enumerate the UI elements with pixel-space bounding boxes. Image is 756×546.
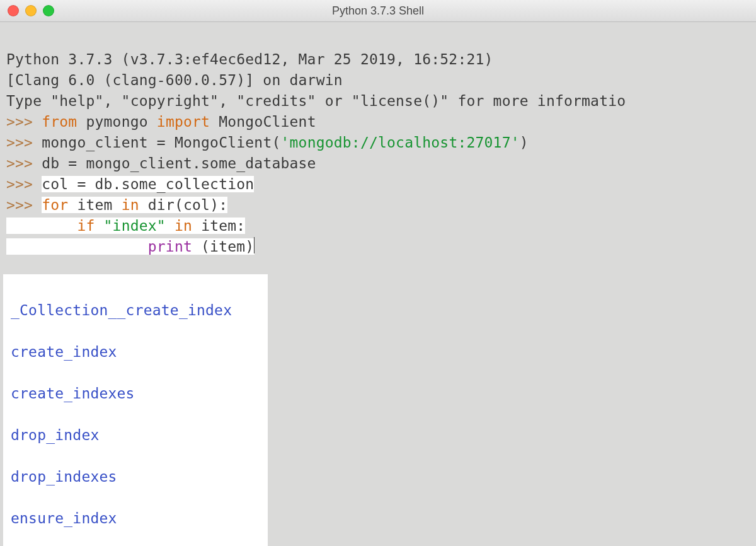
banner-line-3: Type "help", "copyright", "credits" or "… xyxy=(6,93,626,109)
code-text: (item) xyxy=(192,238,254,255)
string-literal: 'mongodb://localhost:27017' xyxy=(280,134,519,151)
shell-area[interactable]: Python 3.7.3 (v3.7.3:ef4ec6ed12, Mar 25 … xyxy=(0,22,756,299)
code-text: item xyxy=(68,197,121,213)
code-text: ) xyxy=(520,134,529,151)
string-literal: "index" xyxy=(104,218,166,234)
code-text: dir(col): xyxy=(139,197,227,213)
builtin-print: print xyxy=(148,238,192,255)
code-text: db = mongo_client.some_database xyxy=(42,155,316,171)
window-title: Python 3.7.3 Shell xyxy=(0,4,756,18)
keyword-for: for xyxy=(42,197,68,213)
code-text xyxy=(95,218,104,234)
prompt: >>> xyxy=(6,197,42,213)
output-line: drop_indexes xyxy=(11,467,260,487)
code-indent xyxy=(6,238,148,255)
window-controls xyxy=(8,5,54,16)
prompt: >>> xyxy=(6,134,42,151)
prompt: >>> xyxy=(6,155,42,171)
output-block: _Collection__create_index create_index c… xyxy=(3,274,268,546)
maximize-icon[interactable] xyxy=(43,5,54,16)
close-icon[interactable] xyxy=(8,5,19,16)
keyword-if: if xyxy=(77,218,94,234)
prompt: >>> xyxy=(6,176,42,192)
code-text: mongo_client = MongoClient( xyxy=(42,134,280,151)
output-line: create_index xyxy=(11,342,260,363)
banner-line-2: [Clang 6.0 (clang-600.0.57)] on darwin xyxy=(6,72,343,88)
output-line: ensure_index xyxy=(11,508,260,529)
output-line: create_indexes xyxy=(11,383,260,404)
output-line: _Collection__create_index xyxy=(11,300,260,321)
code-text: item: xyxy=(192,218,245,234)
code-text xyxy=(166,218,175,234)
code-text: col = db.some_collection xyxy=(42,176,254,192)
keyword-import: import xyxy=(157,113,210,130)
code-indent xyxy=(6,218,77,234)
title-bar: Python 3.7.3 Shell xyxy=(0,0,756,22)
highlighted-input: col = db.some_collection xyxy=(42,176,254,192)
minimize-icon[interactable] xyxy=(25,5,37,16)
keyword-in: in xyxy=(175,218,192,234)
output-line: drop_index xyxy=(11,425,260,446)
keyword-in: in xyxy=(122,197,139,213)
text-cursor xyxy=(254,237,255,253)
code-text: pymongo xyxy=(77,113,156,130)
keyword-from: from xyxy=(42,113,77,130)
banner-line-1: Python 3.7.3 (v3.7.3:ef4ec6ed12, Mar 25 … xyxy=(6,51,502,67)
code-text: MongoClient xyxy=(210,113,316,130)
prompt: >>> xyxy=(6,113,42,130)
highlighted-input: for item in dir(col): if "index" in item… xyxy=(6,197,255,255)
